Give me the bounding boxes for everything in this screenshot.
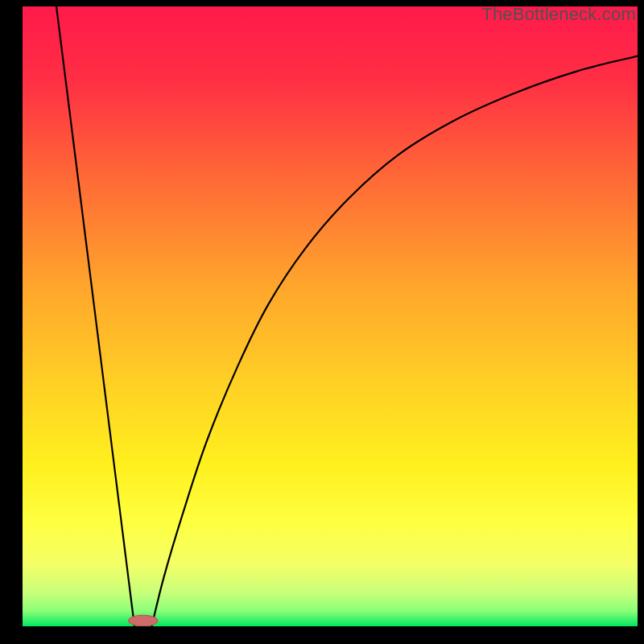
minimum-marker: [128, 615, 158, 626]
bottleneck-chart: [23, 6, 638, 626]
heatmap-background: [23, 6, 638, 626]
chart-frame: TheBottleneck.com: [0, 0, 644, 644]
watermark-text: TheBottleneck.com: [481, 4, 636, 25]
